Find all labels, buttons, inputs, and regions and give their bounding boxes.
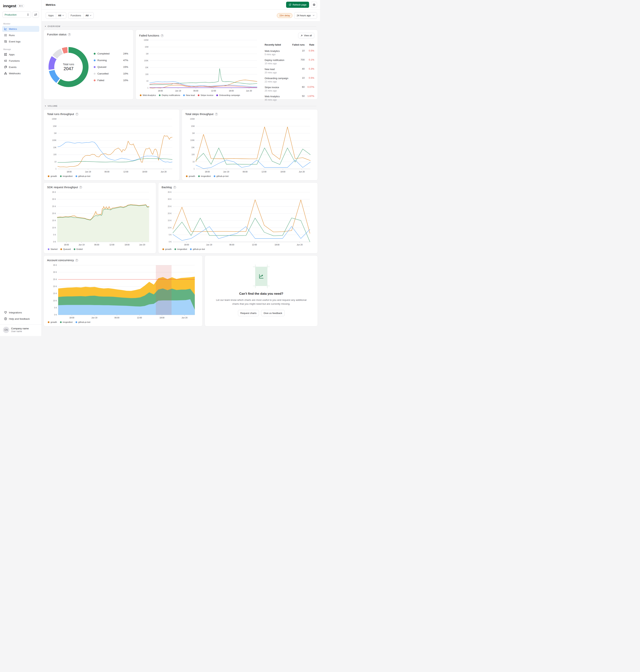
sidebar-item-webhooks[interactable]: Webhooks (2, 70, 39, 76)
give-feedback-button[interactable]: Give us feedback (261, 310, 285, 316)
svg-text:06:00: 06:00 (193, 90, 199, 92)
sidebar-item-functions[interactable]: Functions (2, 58, 39, 64)
svg-text:18:00: 18:00 (158, 90, 163, 92)
account-menu[interactable]: CN Company name User name (0, 325, 42, 334)
environment-select[interactable]: Production (3, 12, 31, 18)
svg-text:25 K: 25 K (52, 205, 56, 208)
failed-functions-chart[interactable]: 11010010K100K1M10M100M18:00Jun 1906:0012… (139, 39, 261, 92)
table-row[interactable]: Deploy notification10 mins ago 700 0.1% (265, 57, 314, 66)
help-icon[interactable]: ? (75, 259, 78, 262)
account-concurrency-legend: growthinngestbotgithub-pr-bot (47, 319, 199, 323)
sidebar-item-apps[interactable]: Apps (2, 52, 39, 57)
sdk-request-chart[interactable]: 0 K5 K10 K15 K20 K25 K30 K35 K18:00Jun 1… (47, 191, 152, 246)
legend-item[interactable]: Onboarding campaign (216, 94, 240, 96)
legend-item[interactable]: Stripe invoice (198, 94, 213, 96)
overview-section-header[interactable]: ▼ OVERVIEW (44, 23, 318, 30)
table-row[interactable]: Stripe invoice25 mins ago 60 0.07% (265, 84, 314, 94)
legend-item[interactable]: Failed10% (94, 79, 128, 82)
chevron-down-icon (90, 15, 91, 16)
sliders-icon (34, 13, 37, 16)
svg-text:Jun 19: Jun 19 (91, 317, 98, 319)
environment-filter-button[interactable] (33, 12, 39, 18)
sidebar-item-events[interactable]: Events (2, 64, 39, 70)
legend-item[interactable]: github-pr-bot (75, 321, 90, 323)
legend-item[interactable]: Cancelled10% (94, 72, 128, 75)
svg-text:20 K: 20 K (168, 213, 172, 214)
svg-text:100: 100 (53, 154, 57, 156)
account-concurrency-chart[interactable]: 0 K5 K10 K15 K20 K25 K30 K35 K18:00Jun 1… (47, 264, 199, 319)
legend-item[interactable]: github-pr-bot (190, 248, 205, 250)
sidebar-item-event-logs[interactable]: Event logs (2, 39, 39, 44)
legend-item[interactable]: Queued15% (94, 66, 128, 68)
apps-filter[interactable]: Apps All (46, 12, 66, 19)
legend-item[interactable]: inngestbot (198, 175, 211, 177)
sidebar-item-metrics[interactable]: Metrics (2, 26, 39, 32)
table-row[interactable]: Web Analytics5 mins ago 10 0.5% (265, 48, 314, 57)
legend-item[interactable]: Web Analytics (140, 94, 156, 96)
settings-button[interactable] (311, 2, 317, 8)
webhooks-icon (4, 72, 7, 75)
legend-item[interactable]: growth (48, 175, 57, 177)
help-icon[interactable]: ? (79, 186, 82, 189)
svg-text:5 K: 5 K (53, 234, 56, 236)
user-name: User name (11, 330, 29, 333)
view-all-button[interactable]: View all (298, 33, 314, 38)
sidebar-item-label: Webhooks (9, 72, 21, 75)
function-status-legend: Completed24% Running47% Queued15% Cancel… (94, 52, 129, 82)
backlog-chart[interactable]: 0 K5 K10 K15 K20 K25 K30 K35 K18:00Jun 1… (162, 191, 314, 246)
legend-item[interactable]: github-pr-bot (75, 175, 90, 177)
sidebar-item-integrations[interactable]: Integrations (2, 310, 39, 315)
table-row[interactable]: New lead20 mins ago 40 0.3% (265, 66, 314, 75)
updown-chevron-icon (27, 13, 29, 16)
legend-item[interactable]: New lead (183, 94, 195, 96)
legend-item[interactable]: Completed24% (94, 52, 128, 55)
legend-item[interactable]: Ended (74, 248, 83, 250)
sidebar-item-label: Help and feedback (9, 317, 30, 320)
refresh-page-button[interactable]: Refresh page (286, 2, 309, 8)
legend-item[interactable]: github-pr-bot (214, 175, 229, 177)
sidebar-item-label: Runs (9, 34, 15, 37)
svg-text:1M: 1M (54, 132, 57, 134)
time-range-select[interactable]: 24 hours ago (294, 12, 317, 19)
legend-item[interactable]: inngestbot (60, 321, 73, 323)
help-icon[interactable]: ? (161, 34, 163, 37)
total-runs-chart[interactable]: 11010010K100K1M10M100M18:00Jun 1906:0012… (47, 118, 176, 174)
table-row[interactable]: Web Analytics35 mins ago 50 1.67% (265, 94, 314, 102)
functions-filter-label: Functions (68, 12, 83, 18)
nav-section-title: Monitor (2, 22, 39, 26)
svg-text:Jun 19: Jun 19 (223, 171, 229, 173)
help-icon[interactable]: ? (173, 186, 176, 189)
svg-text:100: 100 (191, 154, 195, 156)
help-icon[interactable]: ? (215, 113, 218, 116)
svg-text:15 K: 15 K (52, 219, 56, 221)
svg-text:10M: 10M (191, 125, 195, 127)
table-row[interactable]: Onboarding campaign22 mins ago 10 0.5% (265, 75, 314, 84)
functions-filter[interactable]: Functions All (68, 12, 94, 19)
donut-center-value: 2047 (63, 66, 73, 71)
help-icon[interactable]: ? (75, 113, 78, 116)
arrow-up-right-icon (301, 34, 303, 37)
legend-item[interactable]: Deploy notifications (159, 94, 180, 96)
total-steps-chart[interactable]: 11010010K100K1M10M100M18:00Jun 1906:0012… (185, 118, 314, 174)
svg-text:10M: 10M (53, 125, 57, 127)
card-title: Backlog (162, 186, 172, 189)
legend-item[interactable]: growth (186, 175, 195, 177)
legend-item[interactable]: Running47% (94, 59, 128, 62)
command-k-shortcut[interactable]: ⌘K (18, 4, 24, 8)
help-icon[interactable]: ? (68, 33, 71, 36)
request-charts-button[interactable]: Request charts (238, 310, 259, 316)
legend-item[interactable]: inngestbot (174, 248, 187, 250)
volume-section-header[interactable]: ▼ VOLUME (44, 101, 318, 109)
legend-item[interactable]: Queued (60, 248, 71, 250)
filter-bar: Apps All Functions All 15m delay 24 hour… (42, 10, 320, 22)
legend-item[interactable]: inngestbot (60, 175, 73, 177)
legend-item[interactable]: growth (162, 248, 172, 250)
svg-text:Jun 19: Jun 19 (206, 244, 212, 246)
legend-item[interactable]: Started (48, 248, 57, 250)
sidebar-item-runs[interactable]: Runs (2, 32, 39, 38)
svg-text:Jun 19: Jun 19 (79, 244, 85, 246)
sidebar-item-help-feedback[interactable]: Help and feedback (2, 316, 39, 322)
card-title: Function status (47, 33, 67, 36)
function-status-card: Function status ? Total runs 2047 Comple… (44, 30, 133, 99)
legend-item[interactable]: growth (48, 321, 57, 323)
